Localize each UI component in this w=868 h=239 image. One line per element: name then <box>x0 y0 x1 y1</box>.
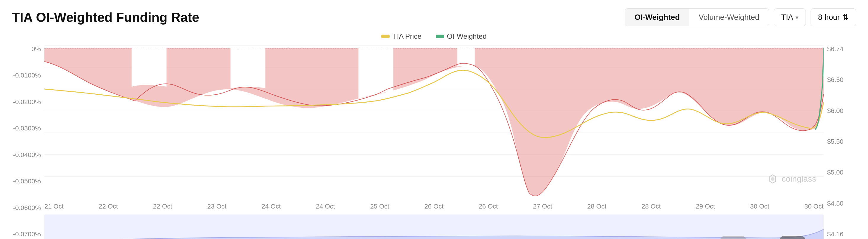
price-label-550: $5.50 <box>827 138 856 145</box>
price-label-674: $6.74 <box>827 45 856 53</box>
mini-chart[interactable] <box>44 214 824 239</box>
x-label-25oct: 25 Oct <box>370 203 389 212</box>
x-label-30oct-1: 30 Oct <box>750 203 769 212</box>
legend-color-price <box>381 35 390 38</box>
x-axis: 21 Oct 22 Oct 22 Oct 23 Oct 24 Oct 24 Oc… <box>44 200 824 212</box>
y-axis-right: $6.74 $6.50 $6.00 $5.50 $5.00 $4.50 $4.1… <box>824 45 856 239</box>
x-label-22oct-2: 22 Oct <box>153 203 172 212</box>
scroll-thumb-right[interactable] <box>779 236 806 239</box>
x-label-28oct-1: 28 Oct <box>587 203 607 212</box>
chart-area: 0% -0.0100% -0.0200% -0.0300% -0.0400% -… <box>12 45 856 239</box>
x-label-22oct-1: 22 Oct <box>99 203 118 212</box>
hour-selector-label: 8 hour <box>818 13 840 22</box>
legend-item-oi: OI-Weighted <box>436 32 487 40</box>
page-title: TIA OI-Weighted Funding Rate <box>12 10 199 25</box>
chart-legend: TIA Price OI-Weighted <box>12 32 856 40</box>
page-container: TIA OI-Weighted Funding Rate OI-Weighted… <box>0 0 868 239</box>
x-label-26oct-2: 26 Oct <box>479 203 498 212</box>
tab-oi-weighted[interactable]: OI-Weighted <box>625 8 689 26</box>
x-label-24oct-1: 24 Oct <box>261 203 281 212</box>
y-label-3: -0.0300% <box>12 125 41 132</box>
hour-selector[interactable]: 8 hour ⇅ <box>811 8 856 26</box>
y-label-1: -0.0100% <box>12 72 41 79</box>
main-chart-svg[interactable] <box>44 45 824 200</box>
header-row: TIA OI-Weighted Funding Rate OI-Weighted… <box>12 8 856 26</box>
chevron-updown-icon: ⇅ <box>842 13 849 22</box>
price-label-600: $6.00 <box>827 107 856 115</box>
coin-dropdown-label: TIA <box>781 13 793 22</box>
y-label-2: -0.0200% <box>12 98 41 106</box>
x-label-21oct: 21 Oct <box>44 203 64 212</box>
y-label-5: -0.0500% <box>12 177 41 185</box>
legend-label-oi: OI-Weighted <box>447 32 487 40</box>
x-label-30oct-2: 30 Oct <box>804 203 824 212</box>
y-label-4: -0.0400% <box>12 151 41 159</box>
coin-dropdown[interactable]: TIA ▾ <box>774 8 806 26</box>
y-label-0: 0% <box>12 45 41 53</box>
legend-item-price: TIA Price <box>381 32 421 40</box>
y-label-6: -0.0600% <box>12 204 41 212</box>
tab-group: OI-Weighted Volume-Weighted <box>625 8 769 26</box>
price-label-650: $6.50 <box>827 76 856 84</box>
x-label-27oct: 27 Oct <box>533 203 552 212</box>
scroll-thumb-left[interactable] <box>720 236 747 239</box>
y-label-7: -0.0700% <box>12 231 41 238</box>
x-label-26oct-1: 26 Oct <box>425 203 444 212</box>
legend-label-price: TIA Price <box>393 32 421 40</box>
tab-volume-weighted[interactable]: Volume-Weighted <box>689 8 769 26</box>
x-label-28oct-2: 28 Oct <box>642 203 661 212</box>
chevron-down-icon: ▾ <box>796 14 799 21</box>
main-chart-wrapper: 21 Oct 22 Oct 22 Oct 23 Oct 24 Oct 24 Oc… <box>44 45 824 239</box>
price-label-450: $4.50 <box>827 200 856 207</box>
price-label-500: $5.00 <box>827 169 856 176</box>
x-label-24oct-2: 24 Oct <box>316 203 335 212</box>
x-label-23oct: 23 Oct <box>207 203 226 212</box>
price-label-416: $4.16 <box>827 231 856 238</box>
controls-area: OI-Weighted Volume-Weighted TIA ▾ 8 hour… <box>625 8 856 26</box>
y-axis-left: 0% -0.0100% -0.0200% -0.0300% -0.0400% -… <box>12 45 44 239</box>
legend-color-oi <box>436 35 444 38</box>
x-label-29oct: 29 Oct <box>696 203 715 212</box>
